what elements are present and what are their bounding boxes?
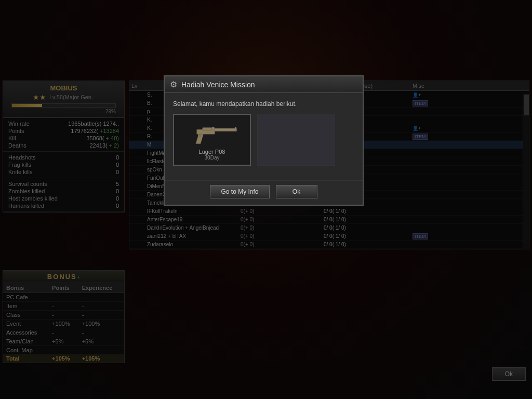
modal-content-area: Luger P08 30Day bbox=[173, 114, 354, 166]
svg-rect-7 bbox=[212, 128, 237, 129]
svg-rect-2 bbox=[203, 128, 212, 131]
reward-box: Luger P08 30Day bbox=[173, 114, 251, 166]
modal-subtitle: Selamat, kamu mendapatkan hadiah berikut… bbox=[173, 100, 354, 108]
reward-name: Luger P08 bbox=[199, 149, 225, 155]
modal-titlebar: ⚙ Hadiah Venice Mission bbox=[165, 76, 363, 93]
modal-title: Hadiah Venice Mission bbox=[181, 81, 255, 89]
modal-ok-button[interactable]: Ok bbox=[276, 185, 317, 198]
svg-rect-4 bbox=[199, 135, 201, 138]
gun-image bbox=[183, 119, 241, 148]
reward-placeholder bbox=[257, 114, 335, 166]
reward-duration: 30Day bbox=[205, 155, 220, 161]
reward-modal: ⚙ Hadiah Venice Mission Selamat, kamu me… bbox=[164, 75, 364, 206]
goto-my-info-button[interactable]: Go to My Info bbox=[210, 185, 269, 198]
modal-footer: Go to My Info Ok bbox=[165, 180, 363, 205]
steam-icon: ⚙ bbox=[170, 79, 177, 89]
modal-body: Selamat, kamu mendapatkan hadiah berikut… bbox=[165, 93, 363, 180]
